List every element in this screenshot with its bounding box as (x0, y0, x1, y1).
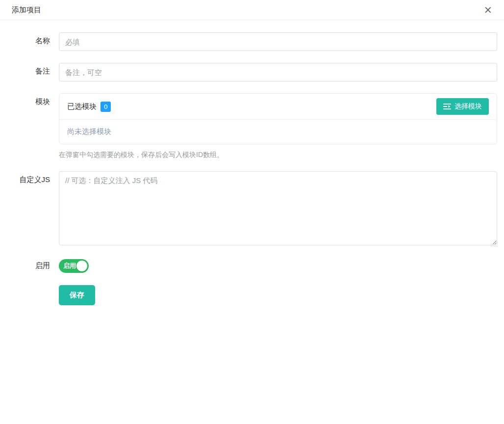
close-icon[interactable]: × (481, 4, 494, 16)
module-panel-header: 已选模块 0 (59, 94, 497, 120)
add-project-modal: 添加项目 × 名称 备注 模块 已选模块 (0, 0, 504, 305)
enabled-toggle[interactable]: 启用 (59, 259, 89, 273)
custom-js-textarea[interactable] (59, 171, 497, 245)
selected-count-badge: 0 (101, 102, 111, 112)
name-label: 名称 (0, 32, 59, 51)
form-row-modules: 模块 已选模块 0 (0, 93, 497, 159)
remark-input[interactable] (59, 63, 497, 81)
module-empty-text: 尚未选择模块 (59, 120, 497, 144)
select-module-button-label: 选择模块 (454, 102, 482, 111)
toggle-knob (76, 261, 87, 271)
form-row-remark: 备注 (0, 63, 497, 81)
form-row-save: 保存 (0, 285, 497, 305)
modal-title: 添加项目 (12, 5, 41, 15)
name-input[interactable] (59, 32, 497, 51)
selected-modules-label: 已选模块 (67, 102, 97, 111)
module-help-text: 在弹窗中勾选需要的模块，保存后会写入模块ID数组。 (59, 151, 497, 159)
enabled-label: 启用 (0, 259, 59, 273)
indent-list-icon (443, 103, 451, 110)
modal-header: 添加项目 × (0, 0, 504, 20)
remark-label: 备注 (0, 63, 59, 81)
enabled-toggle-text: 启用 (63, 262, 76, 270)
modal-body: 名称 备注 模块 已选模块 0 (0, 20, 504, 305)
form-row-custom-js: 自定义JS (0, 171, 497, 247)
form-row-name: 名称 (0, 32, 497, 51)
module-panel: 已选模块 0 (59, 93, 497, 144)
form-row-enabled: 启用 启用 (0, 259, 497, 273)
modules-label: 模块 (0, 93, 59, 159)
save-button[interactable]: 保存 (59, 285, 95, 305)
select-module-button[interactable]: 选择模块 (436, 98, 489, 115)
custom-js-label: 自定义JS (0, 171, 59, 247)
